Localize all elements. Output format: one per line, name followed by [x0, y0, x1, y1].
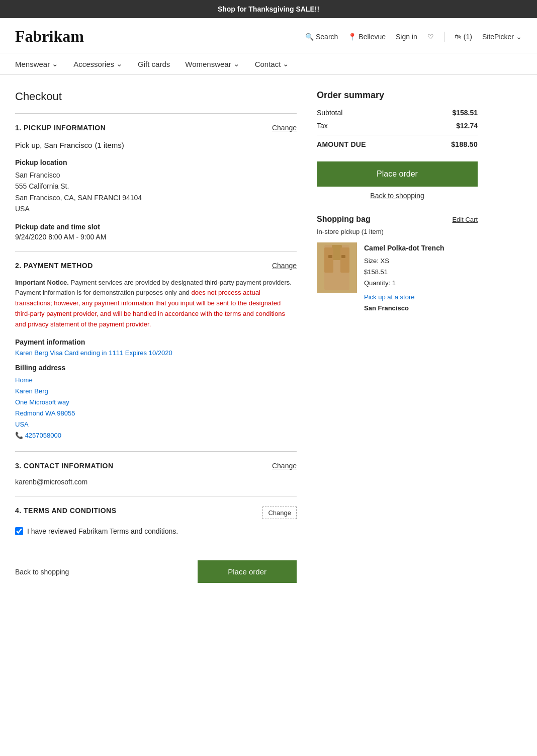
pickup-change-link[interactable]: Change: [272, 124, 297, 132]
billing-line-5: USA: [15, 419, 297, 430]
search-icon: 🔍: [305, 33, 314, 41]
bag-item: Camel Polka-dot Trench Size: XS $158.51 …: [317, 242, 478, 314]
terms-section-header: 4. TERMS AND CONDITIONS Change: [15, 507, 297, 519]
svg-rect-3: [340, 247, 349, 273]
title-divider: [15, 113, 297, 114]
svg-rect-2: [324, 247, 333, 273]
billing-label: Billing address: [15, 364, 297, 372]
nav-contact-label: Contact: [255, 60, 281, 68]
bag-item-name: Camel Polka-dot Trench: [364, 242, 444, 255]
location-link[interactable]: 📍 Bellevue: [348, 33, 386, 41]
bag-subtitle: In-store pickup (1 item): [317, 228, 478, 235]
shopping-bag-header: Shopping bag Edit Cart: [317, 215, 478, 224]
pickup-section-title: 1. PICKUP INFORMATION: [15, 124, 106, 132]
pickup-divider: [15, 251, 297, 251]
terms-change-button[interactable]: Change: [262, 507, 297, 519]
billing-line-3: One Microsoft way: [15, 397, 297, 408]
pickup-date-label: Pickup date and time slot: [15, 223, 297, 231]
nav-menswear[interactable]: Menswear ⌄: [15, 59, 58, 68]
chevron-down-icon: ⌄: [516, 33, 522, 41]
billing-address: Home Karen Berg One Microsoft way Redmon…: [15, 375, 297, 442]
chevron-down-icon: ⌄: [283, 59, 289, 68]
billing-phone: 📞 4257058000: [15, 430, 297, 441]
subtotal-value: $158.51: [452, 109, 478, 117]
payment-notice: Important Notice. Payment services are p…: [15, 278, 297, 330]
billing-phone-number: 4257058000: [25, 432, 61, 439]
edit-cart-link[interactable]: Edit Cart: [452, 216, 478, 223]
back-to-shopping-link-bottom[interactable]: Back to shopping: [15, 568, 69, 576]
phone-icon: 📞: [15, 432, 23, 439]
chevron-down-icon: ⌄: [52, 59, 58, 68]
sitepicker-link[interactable]: SitePicker ⌄: [482, 33, 522, 41]
bag-item-details: Camel Polka-dot Trench Size: XS $158.51 …: [364, 242, 444, 314]
contact-section: 3. CONTACT INFORMATION Change karenb@mic…: [15, 462, 297, 486]
bag-item-image: [317, 242, 357, 293]
pickup-address: San Francisco 555 California St. San Fra…: [15, 170, 297, 215]
notice-text: Important Notice. Payment services are p…: [15, 278, 297, 330]
page-title: Checkout: [15, 90, 297, 103]
header-right: 🔍 Search 📍 Bellevue Sign in ♡ 🛍 (1) Site…: [305, 32, 522, 42]
amount-due-value: $188.50: [451, 140, 478, 148]
left-column: Checkout 1. PICKUP INFORMATION Change Pi…: [15, 90, 297, 583]
place-order-button[interactable]: Place order: [317, 161, 478, 187]
signin-label: Sign in: [396, 33, 417, 41]
pickup-section: 1. PICKUP INFORMATION Change Pick up, Sa…: [15, 124, 297, 241]
address-line-4: USA: [15, 203, 297, 214]
product-image-svg: [319, 245, 354, 290]
order-summary-title: Order summary: [317, 90, 478, 101]
logo[interactable]: Fabrikam: [15, 27, 84, 46]
nav-contact[interactable]: Contact ⌄: [255, 59, 290, 68]
back-to-shopping-link[interactable]: Back to shopping: [317, 192, 478, 200]
notice-bold: Important Notice.: [15, 279, 69, 286]
payment-info-label: Payment information: [15, 338, 297, 346]
terms-section: 4. TERMS AND CONDITIONS Change I have re…: [15, 507, 297, 535]
subtotal-row: Subtotal $158.51: [317, 109, 478, 117]
tax-label: Tax: [317, 122, 328, 130]
contact-section-header: 3. CONTACT INFORMATION Change: [15, 462, 297, 470]
nav-gift-cards-label: Gift cards: [138, 60, 170, 68]
address-line-1: San Francisco: [15, 170, 297, 181]
address-line-2: 555 California St.: [15, 181, 297, 192]
nav-accessories-label: Accessories: [73, 60, 114, 68]
amount-due-row: AMOUNT DUE $188.50: [317, 140, 478, 148]
cart-link[interactable]: 🛍 (1): [455, 33, 472, 41]
bag-item-store: San Francisco: [364, 303, 444, 314]
banner-text: Shop for Thanksgiving SALE!!: [218, 5, 319, 13]
sitepicker-label: SitePicker: [482, 33, 514, 41]
nav-accessories[interactable]: Accessories ⌄: [73, 59, 123, 68]
header-divider: [444, 32, 444, 42]
nav-womenswear[interactable]: Womenswear ⌄: [185, 59, 239, 68]
address-line-3: San Francisco, CA, SAN FRANCI 94104: [15, 192, 297, 203]
billing-line-2: Karen Berg: [15, 386, 297, 397]
page-content: Checkout 1. PICKUP INFORMATION Change Pi…: [0, 75, 537, 598]
pickup-title: Pick up, San Francisco (1 items): [15, 140, 297, 150]
shopping-bag-title: Shopping bag: [317, 215, 371, 224]
nav-menswear-label: Menswear: [15, 60, 50, 68]
wishlist-link[interactable]: ♡: [427, 33, 434, 41]
chevron-down-icon: ⌄: [233, 59, 240, 68]
payment-change-link[interactable]: Change: [272, 262, 297, 270]
pickup-date-value: 9/24/2020 8:00 AM - 9:00 AM: [15, 233, 297, 241]
bag-item-price: $158.51: [364, 267, 444, 278]
terms-checkbox-label: I have reviewed Fabrikam Terms and condi…: [27, 527, 178, 535]
location-icon: 📍: [348, 33, 356, 41]
svg-rect-6: [329, 273, 344, 290]
tax-value: $12.74: [456, 122, 478, 130]
terms-checkbox-row: I have reviewed Fabrikam Terms and condi…: [15, 527, 297, 535]
top-banner: Shop for Thanksgiving SALE!!: [0, 0, 537, 18]
place-order-button-bottom[interactable]: Place order: [198, 560, 297, 583]
amount-due-label: AMOUNT DUE: [317, 140, 366, 148]
search-link[interactable]: 🔍 Search: [305, 33, 338, 41]
nav-gift-cards[interactable]: Gift cards: [138, 60, 170, 68]
heart-icon: ♡: [427, 33, 434, 41]
bag-item-quantity: Quantity: 1: [364, 278, 444, 289]
signin-link[interactable]: Sign in: [396, 33, 417, 41]
contact-change-link[interactable]: Change: [272, 462, 297, 470]
bag-item-pickup-link[interactable]: Pick up at a store: [364, 292, 444, 303]
terms-checkbox[interactable]: [15, 527, 23, 535]
contact-email: karenb@microsoft.com: [15, 478, 297, 486]
payment-section: 2. PAYMENT METHOD Change Important Notic…: [15, 262, 297, 442]
nav-womenswear-label: Womenswear: [185, 60, 231, 68]
right-column: Order summary Subtotal $158.51 Tax $12.7…: [317, 90, 478, 583]
payment-info-text: Karen Berg Visa Card ending in 1111 Expi…: [15, 349, 297, 357]
